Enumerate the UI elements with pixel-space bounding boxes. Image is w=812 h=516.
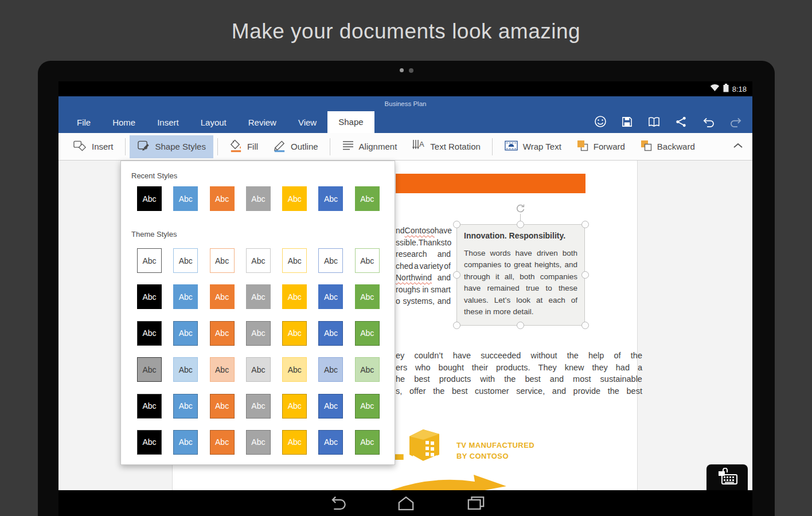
theme-style-swatch[interactable]: Abc	[355, 248, 380, 273]
theme-style-swatch[interactable]: Abc	[318, 321, 343, 346]
text-line: hebestproductswiththebestandmostsustaina…	[396, 373, 642, 385]
selection-handle-top-center[interactable]	[517, 221, 524, 228]
selection-handle-bottom-left[interactable]	[453, 322, 460, 329]
theme-style-swatch[interactable]: Abc	[355, 430, 380, 455]
tab-layout[interactable]: Layout	[190, 112, 237, 133]
selection-handle-mid-right[interactable]	[581, 271, 589, 279]
selection-handle-bottom-center[interactable]	[517, 322, 524, 329]
theme-style-swatch[interactable]: Abc	[210, 357, 235, 382]
recent-style-swatch[interactable]: Abc	[173, 186, 198, 211]
wrap-text-button[interactable]: Wrap Text	[497, 135, 569, 158]
theme-style-swatch[interactable]: Abc	[173, 357, 198, 382]
theme-style-swatch[interactable]: Abc	[246, 357, 271, 382]
theme-style-swatch[interactable]: Abc	[282, 248, 307, 273]
rotate-handle-icon[interactable]	[515, 203, 526, 216]
theme-style-swatch[interactable]: Abc	[173, 248, 198, 273]
selection-handle-bottom-right[interactable]	[581, 322, 589, 329]
theme-style-swatch[interactable]: Abc	[318, 357, 343, 382]
theme-style-swatch[interactable]: Abc	[246, 430, 271, 455]
recent-style-swatch[interactable]: Abc	[282, 186, 307, 211]
theme-style-swatch[interactable]: Abc	[210, 394, 235, 419]
caption-line-1: TV MANUFACTURED	[456, 440, 534, 451]
tab-home[interactable]: Home	[102, 112, 146, 133]
share-icon[interactable]	[675, 116, 687, 128]
recent-style-swatch[interactable]: Abc	[210, 186, 235, 211]
theme-style-swatch[interactable]: Abc	[282, 430, 307, 455]
recent-style-swatch[interactable]: Abc	[318, 186, 343, 211]
theme-style-swatch[interactable]: Abc	[318, 430, 343, 455]
theme-style-swatch[interactable]: Abc	[318, 394, 343, 419]
document-orange-banner[interactable]	[396, 174, 585, 193]
theme-style-swatch[interactable]: Abc	[318, 284, 343, 309]
read-view-icon[interactable]	[647, 116, 661, 128]
theme-style-swatch[interactable]: Abc	[355, 321, 380, 346]
caption-line-2: BY CONTOSO	[456, 451, 534, 462]
theme-style-swatch[interactable]: Abc	[137, 248, 162, 273]
recent-style-swatch[interactable]: Abc	[355, 186, 380, 211]
theme-style-swatch[interactable]: Abc	[137, 430, 162, 455]
backward-button[interactable]: Backward	[633, 135, 702, 158]
selection-handle-top-right[interactable]	[581, 221, 589, 228]
theme-style-swatch[interactable]: Abc	[173, 284, 198, 309]
fill-label: Fill	[247, 142, 258, 151]
selected-textbox[interactable]: Innovation. Responsibility. Those words …	[456, 224, 585, 326]
text-rotation-button[interactable]: A Text Rotation	[404, 135, 488, 158]
save-icon[interactable]	[621, 116, 633, 128]
theme-style-swatch[interactable]: Abc	[210, 248, 235, 273]
theme-style-swatch[interactable]: Abc	[210, 430, 235, 455]
theme-style-swatch[interactable]: Abc	[137, 284, 162, 309]
back-icon[interactable]	[327, 495, 347, 513]
theme-style-swatch[interactable]: Abc	[282, 357, 307, 382]
theme-style-swatch[interactable]: Abc	[137, 321, 162, 346]
theme-style-swatch[interactable]: Abc	[210, 284, 235, 309]
selection-handle-top-left[interactable]	[453, 221, 460, 228]
forward-label: Forward	[594, 142, 625, 151]
recent-style-swatch[interactable]: Abc	[246, 186, 271, 211]
tab-view[interactable]: View	[287, 112, 327, 133]
redo-icon[interactable]	[729, 116, 743, 128]
theme-styles-row: AbcAbcAbcAbcAbcAbcAbc	[137, 321, 380, 346]
theme-style-swatch[interactable]: Abc	[246, 284, 271, 309]
tab-shape[interactable]: Shape	[327, 111, 374, 133]
shape-styles-button[interactable]: Shape Styles	[130, 135, 213, 158]
theme-style-swatch[interactable]: Abc	[210, 321, 235, 346]
ribbon-tab-strip: File Home Insert Layout Review View Shap…	[66, 111, 374, 133]
tab-insert[interactable]: Insert	[146, 112, 190, 133]
toolbar-separator	[125, 138, 126, 155]
theme-style-swatch[interactable]: Abc	[173, 394, 198, 419]
feedback-smiley-icon[interactable]	[594, 115, 607, 128]
home-icon[interactable]	[397, 495, 415, 513]
theme-style-swatch[interactable]: Abc	[282, 284, 307, 309]
theme-style-swatch[interactable]: Abc	[355, 357, 380, 382]
recent-apps-icon[interactable]	[467, 495, 485, 513]
outline-button[interactable]: Outline	[266, 135, 326, 158]
bring-forward-icon	[576, 139, 589, 154]
keyboard-lock-icon	[716, 468, 738, 487]
keyboard-toggle-button[interactable]	[706, 464, 748, 490]
theme-style-swatch[interactable]: Abc	[137, 394, 162, 419]
theme-style-swatch[interactable]: Abc	[246, 321, 271, 346]
chevron-up-icon[interactable]	[733, 141, 743, 151]
theme-style-swatch[interactable]: Abc	[282, 394, 307, 419]
theme-style-swatch[interactable]: Abc	[318, 248, 343, 273]
word-ribbon: Business Plan File Home Insert Layout Re…	[58, 96, 752, 133]
tab-file[interactable]: File	[66, 112, 102, 133]
theme-style-swatch[interactable]: Abc	[246, 248, 271, 273]
fill-button[interactable]: Fill	[222, 135, 266, 158]
theme-style-swatch[interactable]: Abc	[173, 430, 198, 455]
theme-style-swatch[interactable]: Abc	[355, 284, 380, 309]
selection-handle-mid-left[interactable]	[453, 271, 460, 279]
theme-style-swatch[interactable]: Abc	[282, 321, 307, 346]
theme-style-swatch[interactable]: Abc	[137, 357, 162, 382]
alignment-button[interactable]: Alignment	[334, 135, 405, 158]
recent-styles-row: AbcAbcAbcAbcAbcAbcAbc	[137, 186, 380, 211]
recent-style-swatch[interactable]: Abc	[137, 186, 162, 211]
theme-style-swatch[interactable]: Abc	[355, 394, 380, 419]
theme-style-swatch[interactable]: Abc	[246, 394, 271, 419]
undo-icon[interactable]	[701, 116, 715, 128]
forward-button[interactable]: Forward	[569, 135, 633, 158]
tab-review[interactable]: Review	[237, 112, 287, 133]
insert-button[interactable]: Insert	[65, 135, 121, 158]
wifi-icon	[710, 84, 720, 94]
theme-style-swatch[interactable]: Abc	[173, 321, 198, 346]
